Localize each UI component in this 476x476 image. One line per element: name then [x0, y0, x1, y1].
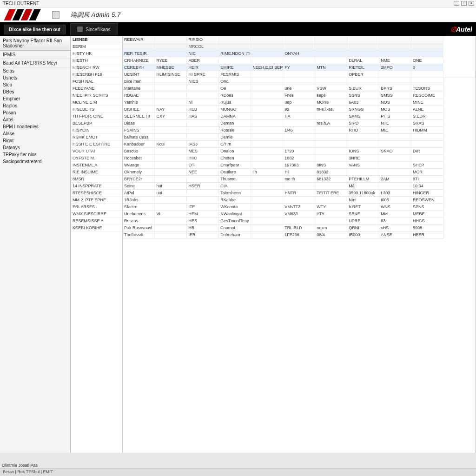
left-list-item[interactable]: FOSH NAL [71, 78, 122, 85]
grid-cell: Rujus [219, 99, 251, 106]
left-list-item[interactable]: RSMK EMOT [71, 134, 122, 141]
table-row[interactable]: RescasHESGesTmonfTenyUPRE83HHCS [123, 218, 476, 225]
table-row[interactable]: BascuoMESOnaloa1720IONSSNAODIR [123, 148, 476, 155]
left-list-item[interactable]: ERLARSES [71, 204, 122, 211]
window-title-text: TECH OUTRENT [3, 1, 39, 6]
grid-cell: uep [283, 99, 315, 106]
left-list-item[interactable]: HISTY HK [71, 50, 122, 57]
sidebar-item-7[interactable]: Aatel [0, 116, 70, 123]
grid-cell: Bixe man [123, 78, 155, 85]
grid-column-header[interactable] [411, 36, 443, 43]
left-list-item[interactable]: HISYCIN [71, 127, 122, 134]
left-list-item[interactable]: RIE INSUIME [71, 169, 122, 176]
sidebar-item-13[interactable]: Saciopsdmstreterd [0, 158, 70, 165]
topbar-left-button[interactable]: Dixce aike line then out [4, 25, 66, 34]
sidebar-sub-baud[interactable]: Baud Aif TAYERRKS Meyr [0, 59, 70, 67]
sidebar-item-4[interactable]: Emphier [0, 95, 70, 102]
grid-column-header[interactable] [155, 36, 187, 43]
grid-cell [315, 71, 347, 78]
left-list-item[interactable]: 8MSR [71, 176, 122, 183]
grid-cell [379, 134, 411, 141]
left-list-item[interactable]: RESEMSISSE A [71, 218, 122, 225]
table-row[interactable]: FSAINSRotesie1/46RHOMIEHIDMM [123, 127, 476, 134]
grid-column-header[interactable] [283, 36, 315, 43]
grid-subheader-cell: MRCOL [187, 43, 219, 50]
sidebar-item-0[interactable]: Selas [0, 67, 70, 74]
table-row[interactable]: KanbadoerKcuiIAS3C/Hm [123, 141, 476, 148]
table-row[interactable]: SeinehutHSERCIAMâ10:34 [123, 183, 476, 190]
sidebar-sub-ipmis[interactable]: IPMIS [0, 51, 70, 59]
left-list-item[interactable]: FEBEYANE [71, 85, 122, 92]
close-button[interactable]: × [469, 1, 474, 6]
table-row[interactable]: UnehdoensVtHEMNWanlingatVM633ATYSBNEMMME… [123, 211, 476, 218]
left-list-item[interactable]: MM 2. PTE EPHE [71, 197, 122, 204]
table-row[interactable]: WArageOTICnurfpear1973938INSVANSSHEP [123, 162, 476, 169]
grid-column-header[interactable]: RIPSIO [187, 36, 219, 43]
left-list-item[interactable]: HIESERBH F19 [71, 71, 122, 78]
grid-column-header[interactable] [347, 36, 379, 43]
table-row[interactable]: UESINTHLIMISINSEHI SPREFESRMISOPBER [123, 71, 476, 78]
grid-column-header[interactable] [219, 36, 251, 43]
table-row[interactable]: Bixe manNIESOnc. [123, 78, 476, 85]
table-row[interactable]: SfactreITEWKoontaVMsTT3WTYb.RETWNSSPNS [123, 204, 476, 211]
left-list-item[interactable]: 14 INSPPRATE [71, 183, 122, 190]
table-row[interactable]: RdcesbetHIICCheten18823NRE [123, 155, 476, 162]
topbar-tab[interactable]: Sincefilkans [70, 23, 117, 35]
sidebar-item-5[interactable]: Raplos [0, 102, 70, 109]
table-row[interactable]: MantaneOeuneVSWS.BURBPRSTESORS [123, 85, 476, 92]
sidebar-item-1[interactable]: Ushets [0, 74, 70, 81]
sidebar-item-9[interactable]: Alase [0, 130, 70, 137]
minimize-button[interactable]: _ [454, 1, 459, 6]
grid-column-header[interactable] [315, 36, 347, 43]
sidebar-item-6[interactable]: Posan [0, 109, 70, 116]
left-list-item[interactable]: KSEBI KORIHE [71, 225, 122, 231]
left-list-item[interactable]: RTESESHISCE [71, 190, 122, 197]
autel-logo: ∅Autel [450, 26, 472, 33]
table-row[interactable]: REP. TESIRNICRIME.NDON ITHE BEEONYAH [123, 50, 476, 57]
table-row[interactable]: baihate CassDemie [123, 134, 476, 141]
table-row[interactable]: CEREBYHMHESBEHEIREMIRENEEH.E.EI BEPEFYMT… [123, 64, 476, 71]
grid-column-header[interactable] [379, 36, 411, 43]
left-list-item[interactable]: MCLINE E M [71, 99, 122, 106]
sidebar-item-2[interactable]: Slop [0, 81, 70, 88]
sidebar-item-3[interactable]: DBes [0, 88, 70, 95]
left-list-item[interactable]: HSSH E E ESHTRE [71, 141, 122, 148]
table-row[interactable]: Pak RosnvaavlHBCnamot-TRLIRLDnexmQRNIsHS… [123, 225, 476, 231]
left-list-item[interactable]: BESEPBP [71, 120, 122, 127]
left-list-item[interactable]: HISENCH RW [71, 64, 122, 71]
grid-subheader-row: MRCOL [123, 43, 476, 50]
left-list-item[interactable]: TH FPOR. CINE [71, 113, 122, 120]
table-row[interactable]: DiaasDemanres.h.ASIPDNTESRAS [123, 120, 476, 127]
table-row[interactable]: OkmmelyNEEOsuilurei.hHI81832MOR [123, 169, 476, 176]
grid-cell [251, 225, 283, 231]
left-list-item[interactable]: HISEBE TS [71, 106, 122, 113]
grid-subheader-cell [155, 43, 187, 50]
grid-column-header[interactable] [251, 36, 283, 43]
left-list-item[interactable]: WMX SIESCIRRE [71, 211, 122, 218]
left-list-item[interactable]: INSTENML A [71, 162, 122, 169]
grid-cell: i.h [251, 169, 283, 176]
grid-cell: CIA [219, 183, 251, 190]
sidebar-item-12[interactable]: TPPaky fler nlos [0, 151, 70, 158]
table-row[interactable]: AtPoluoiTakesheenHNTRTEITIT ERE3590 1180… [123, 190, 476, 197]
left-list-item[interactable]: VOUR UTAI [71, 148, 122, 155]
left-list-item[interactable]: EERIM [71, 43, 122, 50]
grid-column-header[interactable]: REBWAIR [123, 36, 155, 43]
table-row[interactable]: YamhieNlRujusuepMORe6A03NOSMINE [123, 99, 476, 106]
sidebar-item-11[interactable]: Datanys [0, 144, 70, 151]
left-list-item[interactable]: NIEE IPIR SCRITS [71, 92, 122, 99]
table-row[interactable]: BISHEENAYHEBMUNGO92m-s.l.-as.SRNGSMOSALN… [123, 106, 476, 113]
table-row[interactable]: SEERMEE HICXYHASDAMNAHASAMSPITSS.EDR [123, 113, 476, 120]
sidebar-item-8[interactable]: BPM Lnoartenles [0, 123, 70, 130]
table-row[interactable]: Tbefhissdi.IERDnhreham1FE23608/4IR000ANS… [123, 231, 476, 238]
table-row[interactable]: RBGAERDoesi-nessepeSSNSSMSSRESCOIME [123, 92, 476, 99]
sidebar-item-10[interactable]: Rigat [0, 137, 70, 144]
table-row[interactable]: CRHANNIZERYEEABERDLRALNMEONE [123, 57, 476, 64]
maximize-button[interactable]: □ [461, 1, 467, 6]
grid-cell [411, 155, 443, 162]
grid-cell: MOR [411, 169, 443, 176]
left-list-item[interactable]: OYFSTE M. [71, 155, 122, 162]
table-row[interactable]: BRYCE2rThusme.me.th681332PTEHILLM2AM8TI [123, 176, 476, 183]
table-row[interactable]: 1RJohsRKahbeNInit005REOSWEN. [123, 197, 476, 204]
left-list-item[interactable]: HIESTH [71, 57, 122, 64]
